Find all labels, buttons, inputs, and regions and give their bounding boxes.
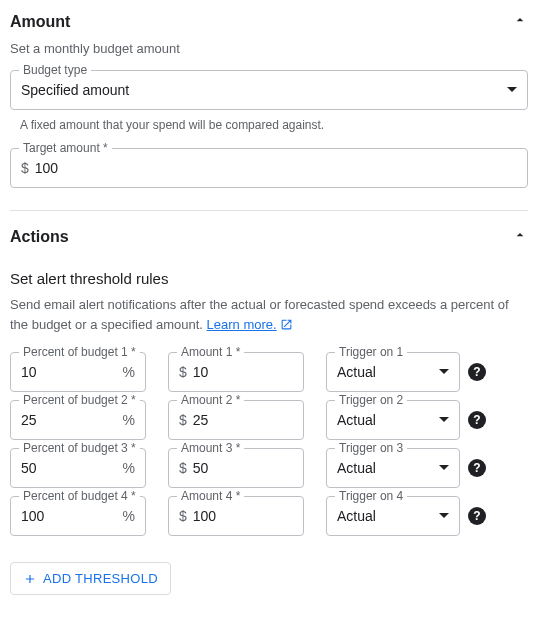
percent-field[interactable]: Percent of budget 2 * % bbox=[10, 400, 146, 440]
help-icon[interactable]: ? bbox=[468, 411, 486, 429]
chevron-up-icon bbox=[512, 12, 528, 31]
amount-field[interactable]: Amount 3 * $ bbox=[168, 448, 304, 488]
dropdown-arrow-icon bbox=[439, 413, 449, 428]
amount-input[interactable] bbox=[193, 364, 293, 380]
percent-input[interactable] bbox=[21, 508, 119, 524]
trigger-label: Trigger on 3 bbox=[335, 441, 407, 455]
currency-prefix: $ bbox=[179, 412, 187, 428]
threshold-row: Percent of budget 3 * % Amount 3 * $ Tri… bbox=[10, 448, 528, 488]
amount-input[interactable] bbox=[193, 460, 293, 476]
percent-label: Percent of budget 4 * bbox=[19, 489, 140, 503]
amount-field[interactable]: Amount 1 * $ bbox=[168, 352, 304, 392]
percent-label: Percent of budget 1 * bbox=[19, 345, 140, 359]
target-amount-field[interactable]: Target amount * $ bbox=[10, 148, 528, 188]
trigger-value: Actual bbox=[337, 412, 439, 428]
currency-prefix: $ bbox=[179, 508, 187, 524]
percent-suffix: % bbox=[123, 412, 135, 428]
help-icon[interactable]: ? bbox=[468, 507, 486, 525]
budget-type-helper: A fixed amount that your spend will be c… bbox=[20, 118, 528, 132]
amount-subtitle: Set a monthly budget amount bbox=[10, 41, 528, 56]
currency-prefix: $ bbox=[21, 160, 29, 176]
percent-field[interactable]: Percent of budget 3 * % bbox=[10, 448, 146, 488]
threshold-rows: Percent of budget 1 * % Amount 1 * $ Tri… bbox=[10, 352, 528, 536]
percent-suffix: % bbox=[123, 364, 135, 380]
trigger-select[interactable]: Trigger on 4 Actual bbox=[326, 496, 460, 536]
threshold-row: Percent of budget 1 * % Amount 1 * $ Tri… bbox=[10, 352, 528, 392]
target-amount-label: Target amount * bbox=[19, 141, 112, 155]
trigger-label: Trigger on 2 bbox=[335, 393, 407, 407]
actions-section-header[interactable]: Actions bbox=[10, 225, 528, 250]
percent-field[interactable]: Percent of budget 1 * % bbox=[10, 352, 146, 392]
add-threshold-button[interactable]: ADD THRESHOLD bbox=[10, 562, 171, 595]
percent-input[interactable] bbox=[21, 364, 119, 380]
amount-field[interactable]: Amount 4 * $ bbox=[168, 496, 304, 536]
percent-input[interactable] bbox=[21, 412, 119, 428]
percent-label: Percent of budget 3 * bbox=[19, 441, 140, 455]
threshold-row: Percent of budget 4 * % Amount 4 * $ Tri… bbox=[10, 496, 528, 536]
trigger-value: Actual bbox=[337, 460, 439, 476]
budget-type-label: Budget type bbox=[19, 63, 91, 77]
amount-input[interactable] bbox=[193, 412, 293, 428]
trigger-label: Trigger on 1 bbox=[335, 345, 407, 359]
trigger-select[interactable]: Trigger on 1 Actual bbox=[326, 352, 460, 392]
add-threshold-label: ADD THRESHOLD bbox=[43, 571, 158, 586]
dropdown-arrow-icon bbox=[439, 365, 449, 380]
dropdown-arrow-icon bbox=[439, 509, 449, 524]
dropdown-arrow-icon bbox=[439, 461, 449, 476]
trigger-value: Actual bbox=[337, 508, 439, 524]
amount-section-header[interactable]: Amount bbox=[10, 10, 528, 35]
trigger-value: Actual bbox=[337, 364, 439, 380]
currency-prefix: $ bbox=[179, 460, 187, 476]
target-amount-input[interactable] bbox=[35, 160, 517, 176]
actions-title: Actions bbox=[10, 228, 69, 246]
chevron-up-icon bbox=[512, 227, 528, 246]
open-in-new-icon bbox=[280, 318, 293, 331]
threshold-row: Percent of budget 2 * % Amount 2 * $ Tri… bbox=[10, 400, 528, 440]
trigger-label: Trigger on 4 bbox=[335, 489, 407, 503]
amount-label: Amount 1 * bbox=[177, 345, 244, 359]
learn-more-link[interactable]: Learn more. bbox=[207, 315, 293, 335]
section-divider bbox=[10, 210, 528, 211]
amount-field[interactable]: Amount 2 * $ bbox=[168, 400, 304, 440]
dropdown-arrow-icon bbox=[507, 83, 517, 98]
budget-type-value: Specified amount bbox=[21, 82, 507, 98]
help-icon[interactable]: ? bbox=[468, 459, 486, 477]
rules-title: Set alert threshold rules bbox=[10, 270, 528, 287]
percent-suffix: % bbox=[123, 460, 135, 476]
plus-icon bbox=[23, 572, 37, 586]
percent-field[interactable]: Percent of budget 4 * % bbox=[10, 496, 146, 536]
amount-input[interactable] bbox=[193, 508, 293, 524]
percent-input[interactable] bbox=[21, 460, 119, 476]
budget-type-select[interactable]: Budget type Specified amount bbox=[10, 70, 528, 110]
amount-label: Amount 2 * bbox=[177, 393, 244, 407]
trigger-select[interactable]: Trigger on 2 Actual bbox=[326, 400, 460, 440]
trigger-select[interactable]: Trigger on 3 Actual bbox=[326, 448, 460, 488]
help-icon[interactable]: ? bbox=[468, 363, 486, 381]
rules-description: Send email alert notifications after the… bbox=[10, 295, 528, 334]
percent-suffix: % bbox=[123, 508, 135, 524]
amount-label: Amount 4 * bbox=[177, 489, 244, 503]
amount-title: Amount bbox=[10, 13, 70, 31]
currency-prefix: $ bbox=[179, 364, 187, 380]
percent-label: Percent of budget 2 * bbox=[19, 393, 140, 407]
amount-label: Amount 3 * bbox=[177, 441, 244, 455]
